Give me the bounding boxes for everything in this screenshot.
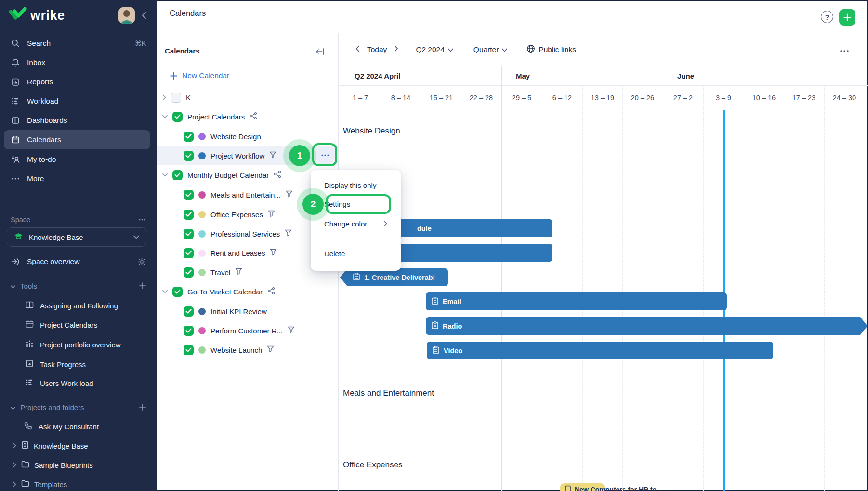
checkbox-checked[interactable] bbox=[172, 170, 183, 180]
gantt-bar-video[interactable]: Video bbox=[427, 342, 773, 359]
checkbox-checked[interactable] bbox=[184, 132, 194, 142]
checkbox-checked[interactable] bbox=[184, 306, 194, 317]
sidebar-item-label: Ask My Consultant bbox=[39, 423, 99, 431]
report-icon bbox=[26, 359, 34, 369]
sidebar-item-label: Workload bbox=[27, 97, 58, 106]
checkbox-checked[interactable] bbox=[184, 190, 194, 200]
collapse-panel-icon[interactable] bbox=[316, 47, 325, 58]
sidebar-item-templates[interactable]: Templates bbox=[0, 475, 157, 491]
checkbox-checked[interactable] bbox=[172, 112, 183, 122]
gantt-bar-unlabeled[interactable] bbox=[383, 244, 552, 262]
tree-row-k[interactable]: K bbox=[157, 88, 338, 107]
zoom-dropdown[interactable]: Quarter bbox=[473, 45, 508, 54]
share-icon[interactable] bbox=[267, 287, 275, 296]
checkbox-unchecked[interactable] bbox=[171, 93, 181, 103]
sidebar-item-knowledge-base[interactable]: Knowledge Base bbox=[0, 437, 157, 455]
chevron-down-icon[interactable] bbox=[162, 290, 168, 293]
tree-row-perform-customer-research[interactable]: Perform Customer R... bbox=[157, 321, 338, 340]
sidebar-item-reports[interactable]: Reports bbox=[0, 72, 157, 92]
filter-icon[interactable] bbox=[267, 345, 274, 354]
tree-row-project-workflow[interactable]: Project Workflow bbox=[157, 146, 338, 165]
search-icon bbox=[11, 39, 20, 48]
bell-icon bbox=[11, 58, 20, 67]
sidebar-item-more[interactable]: More bbox=[0, 169, 157, 188]
space-menu-icon[interactable] bbox=[138, 216, 146, 224]
portfolio-chart-icon bbox=[26, 340, 34, 349]
chevron-right-icon[interactable] bbox=[162, 94, 166, 100]
sidebar-item-ask-my-consultant[interactable]: Ask My Consultant bbox=[0, 417, 157, 436]
checkbox-checked[interactable] bbox=[184, 267, 194, 278]
chevron-down-icon[interactable] bbox=[162, 115, 168, 119]
checkbox-checked[interactable] bbox=[184, 210, 194, 220]
checkbox-checked[interactable] bbox=[184, 345, 194, 355]
gantt-bar-radio[interactable]: Radio bbox=[426, 317, 868, 335]
tree-row-website-design[interactable]: Website Design bbox=[157, 127, 338, 146]
menu-item-settings[interactable]: Settings bbox=[324, 200, 350, 208]
sidebar-item-search[interactable]: Search ⌘K bbox=[0, 34, 157, 53]
menu-item-change-color[interactable]: Change color bbox=[324, 220, 387, 228]
space-selector[interactable]: Knowledge Base bbox=[7, 227, 146, 247]
sidebar-item-dashboards[interactable]: Dashboards bbox=[0, 111, 157, 130]
help-icon[interactable]: ? bbox=[821, 11, 833, 23]
tools-section-header[interactable]: Tools bbox=[0, 277, 157, 294]
menu-item-display-this-only[interactable]: Display this only bbox=[324, 181, 376, 189]
user-avatar[interactable] bbox=[118, 7, 135, 24]
sidebar-item-assigning-and-following[interactable]: Assigning and Following bbox=[0, 296, 157, 315]
tree-row-initial-kpi-review[interactable]: Initial KPI Review bbox=[157, 302, 338, 321]
month-boundary-line bbox=[663, 66, 663, 491]
projects-section-header[interactable]: Projects and folders bbox=[0, 398, 157, 416]
wrike-logo[interactable]: wrike bbox=[9, 7, 65, 24]
timeline-more-icon[interactable] bbox=[839, 47, 850, 57]
filter-icon[interactable] bbox=[235, 268, 242, 277]
gantt-bar-email[interactable]: Email bbox=[426, 292, 727, 310]
next-period-icon[interactable] bbox=[394, 45, 398, 54]
checkbox-checked[interactable] bbox=[172, 287, 183, 297]
sidebar-item-calendars[interactable]: Calendars bbox=[0, 130, 157, 149]
sidebar-item-project-calendars[interactable]: Project Calendars bbox=[0, 316, 157, 334]
workload-icon bbox=[11, 97, 20, 106]
week-label: 3 – 9 bbox=[703, 86, 744, 110]
prev-period-icon[interactable] bbox=[355, 45, 360, 54]
row-more-button[interactable] bbox=[316, 147, 334, 162]
sidebar-item-workload[interactable]: Workload bbox=[0, 92, 157, 111]
checkbox-checked[interactable] bbox=[184, 151, 194, 161]
task-icon bbox=[432, 321, 438, 331]
sidebar-item-users-work-load[interactable]: Users Work load bbox=[0, 374, 157, 392]
gear-icon[interactable] bbox=[138, 258, 146, 266]
tree-row-website-launch[interactable]: Website Launch bbox=[157, 340, 338, 359]
filter-icon[interactable] bbox=[270, 249, 277, 257]
filter-icon[interactable] bbox=[268, 210, 275, 219]
menu-item-delete[interactable]: Delete bbox=[324, 250, 345, 258]
filter-icon[interactable] bbox=[286, 190, 293, 199]
sidebar-item-my-todo[interactable]: My to-do bbox=[0, 150, 157, 169]
new-calendar-button[interactable]: New Calendar bbox=[170, 71, 229, 80]
sidebar-item-project-portfolio-overview[interactable]: Project portfolio overview bbox=[0, 335, 157, 354]
checkbox-checked[interactable] bbox=[184, 326, 194, 336]
public-links-button[interactable]: Public links bbox=[526, 44, 576, 55]
sidebar-collapse-icon[interactable] bbox=[141, 11, 147, 22]
filter-icon[interactable] bbox=[285, 229, 292, 238]
today-button[interactable]: Today bbox=[363, 45, 391, 54]
plus-icon[interactable] bbox=[139, 282, 146, 289]
gantt-bar-schedule[interactable]: dule bbox=[383, 219, 552, 237]
sidebar-item-task-progress[interactable]: Task Progress bbox=[0, 355, 157, 373]
filter-icon[interactable] bbox=[269, 151, 276, 160]
sidebar-item-label: Reports bbox=[27, 78, 53, 86]
period-dropdown[interactable]: Q2 2024 bbox=[416, 45, 453, 54]
sidebar-item-space-overview[interactable]: Space overview bbox=[0, 252, 157, 271]
share-icon[interactable] bbox=[274, 170, 281, 180]
checkbox-checked[interactable] bbox=[184, 229, 194, 239]
tree-row-project-calendars[interactable]: Project Calendars bbox=[157, 107, 338, 126]
section-label-website-design: Website Design bbox=[343, 126, 400, 136]
sidebar-item-inbox[interactable]: Inbox bbox=[0, 53, 157, 72]
filter-icon[interactable] bbox=[288, 326, 295, 335]
gantt-bar-creative-deliverable[interactable]: 1. Creative Deliverabl bbox=[340, 268, 448, 286]
grid-line bbox=[784, 86, 784, 491]
tree-row-go-to-market-calendar[interactable]: Go-To Market Calendar bbox=[157, 282, 338, 301]
plus-icon[interactable] bbox=[139, 404, 146, 411]
checkbox-checked[interactable] bbox=[184, 248, 194, 258]
share-icon[interactable] bbox=[250, 112, 257, 121]
sidebar-item-sample-blueprints[interactable]: Sample Blueprints bbox=[0, 456, 157, 474]
create-new-button[interactable] bbox=[839, 9, 855, 26]
chevron-down-icon[interactable] bbox=[162, 173, 168, 177]
